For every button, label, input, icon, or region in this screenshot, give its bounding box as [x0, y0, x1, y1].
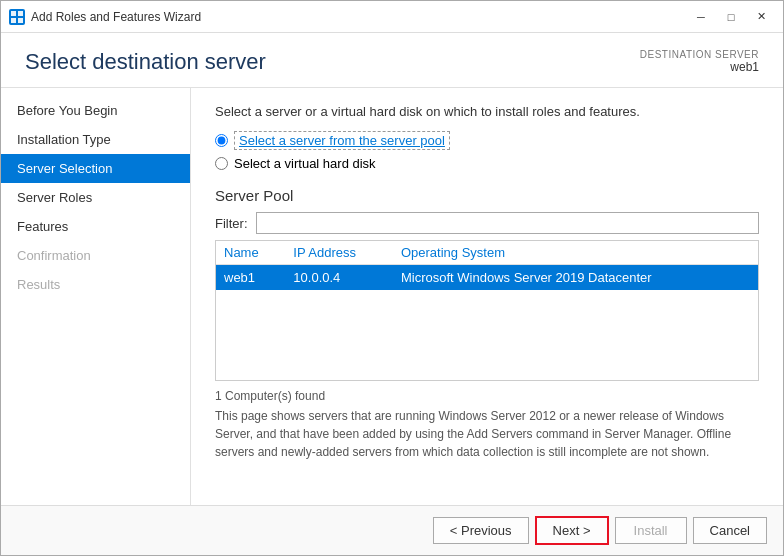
server-table: Name IP Address Operating System web1 10… — [216, 241, 758, 290]
column-os[interactable]: Operating System — [393, 241, 758, 265]
title-bar: Add Roles and Features Wizard ─ □ ✕ — [1, 1, 783, 33]
sidebar: Before You Begin Installation Type Serve… — [1, 88, 191, 505]
sidebar-item-results: Results — [1, 270, 190, 299]
radio-pool-label-text: Select a server from the server pool — [234, 131, 450, 150]
cancel-button[interactable]: Cancel — [693, 517, 767, 544]
table-header: Name IP Address Operating System — [216, 241, 758, 265]
page-header: Select destination server DESTINATION SE… — [1, 33, 783, 88]
server-pool-section: Server Pool Filter: Name IP Address Oper… — [215, 187, 759, 461]
main-window: Add Roles and Features Wizard ─ □ ✕ Sele… — [0, 0, 784, 556]
radio-vhd-input[interactable] — [215, 157, 228, 170]
table-row[interactable]: web1 10.0.0.4 Microsoft Windows Server 2… — [216, 265, 758, 291]
column-name[interactable]: Name — [216, 241, 285, 265]
page-title: Select destination server — [25, 49, 266, 75]
server-table-container: Name IP Address Operating System web1 10… — [215, 240, 759, 381]
destination-server-label: DESTINATION SERVER — [640, 49, 759, 60]
window-controls: ─ □ ✕ — [687, 7, 775, 27]
radio-pool-label[interactable]: Select a server from the server pool — [234, 131, 450, 150]
app-icon — [9, 9, 25, 25]
radio-option-pool: Select a server from the server pool — [215, 131, 759, 150]
instruction-text: Select a server or a virtual hard disk o… — [215, 104, 759, 119]
svg-rect-3 — [18, 18, 23, 23]
maximize-button[interactable]: □ — [717, 7, 745, 27]
footer-text: This page shows servers that are running… — [215, 407, 759, 461]
svg-rect-0 — [11, 11, 16, 16]
minimize-button[interactable]: ─ — [687, 7, 715, 27]
cell-os: Microsoft Windows Server 2019 Datacenter — [393, 265, 758, 291]
bottom-bar: < Previous Next > Install Cancel — [1, 505, 783, 555]
svg-rect-1 — [18, 11, 23, 16]
install-button: Install — [615, 517, 687, 544]
close-button[interactable]: ✕ — [747, 7, 775, 27]
sidebar-item-installation-type[interactable]: Installation Type — [1, 125, 190, 154]
cell-ip: 10.0.0.4 — [285, 265, 393, 291]
sidebar-item-server-roles[interactable]: Server Roles — [1, 183, 190, 212]
destination-server-name: web1 — [640, 60, 759, 74]
previous-button[interactable]: < Previous — [433, 517, 529, 544]
window-title: Add Roles and Features Wizard — [31, 10, 687, 24]
table-header-row: Name IP Address Operating System — [216, 241, 758, 265]
sidebar-item-confirmation: Confirmation — [1, 241, 190, 270]
filter-label: Filter: — [215, 216, 248, 231]
sidebar-item-server-selection[interactable]: Server Selection — [1, 154, 190, 183]
radio-vhd-label[interactable]: Select a virtual hard disk — [234, 156, 376, 171]
cell-name: web1 — [216, 265, 285, 291]
sidebar-item-before-you-begin[interactable]: Before You Begin — [1, 96, 190, 125]
filter-input[interactable] — [256, 212, 760, 234]
content-area: Select a server or a virtual hard disk o… — [191, 88, 783, 505]
sidebar-item-features[interactable]: Features — [1, 212, 190, 241]
table-body: web1 10.0.0.4 Microsoft Windows Server 2… — [216, 265, 758, 291]
main-content: Before You Begin Installation Type Serve… — [1, 88, 783, 505]
svg-rect-2 — [11, 18, 16, 23]
destination-server-info: DESTINATION SERVER web1 — [640, 49, 759, 74]
server-pool-title: Server Pool — [215, 187, 759, 204]
filter-row: Filter: — [215, 212, 759, 234]
column-ip[interactable]: IP Address — [285, 241, 393, 265]
computers-found: 1 Computer(s) found — [215, 389, 759, 403]
radio-option-vhd: Select a virtual hard disk — [215, 156, 759, 171]
radio-pool-input[interactable] — [215, 134, 228, 147]
radio-group: Select a server from the server pool Sel… — [215, 131, 759, 171]
next-button[interactable]: Next > — [535, 516, 609, 545]
